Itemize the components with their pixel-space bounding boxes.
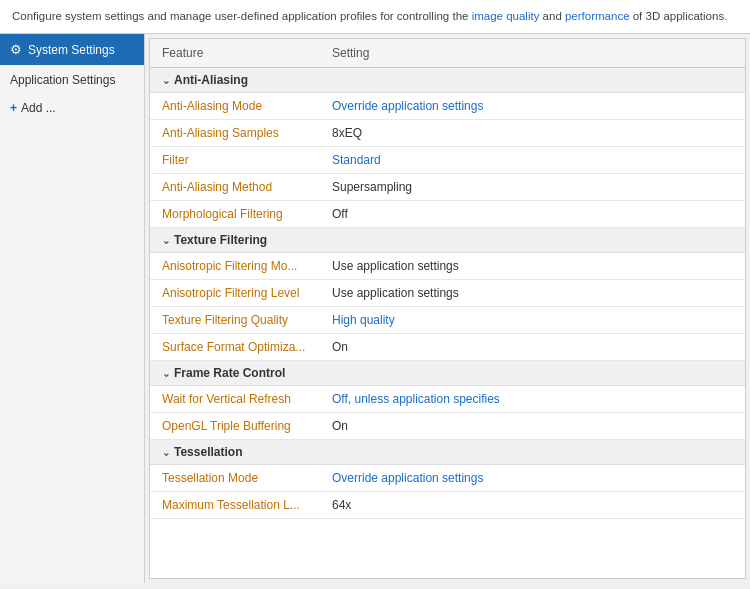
- feature-cell: Anisotropic Filtering Level: [150, 280, 320, 307]
- feature-cell: Anti-Aliasing Mode: [150, 93, 320, 120]
- setting-cell: On: [320, 334, 745, 361]
- sidebar-item-label: Application Settings: [10, 73, 115, 87]
- table-row[interactable]: Morphological FilteringOff: [150, 201, 745, 228]
- feature-cell: Texture Filtering Quality: [150, 307, 320, 334]
- section-label: Tessellation: [174, 445, 242, 459]
- table-row[interactable]: Wait for Vertical RefreshOff, unless app…: [150, 386, 745, 413]
- feature-cell: Surface Format Optimiza...: [150, 334, 320, 361]
- setting-cell: 8xEQ: [320, 120, 745, 147]
- section-header-texture-filtering[interactable]: ⌄Texture Filtering: [150, 228, 745, 253]
- feature-cell: Filter: [150, 147, 320, 174]
- col-setting: Setting: [320, 39, 745, 68]
- chevron-icon: ⌄: [162, 235, 170, 246]
- section-header-anti-aliasing[interactable]: ⌄Anti-Aliasing: [150, 68, 745, 93]
- setting-cell: Off: [320, 201, 745, 228]
- feature-cell: Anisotropic Filtering Mo...: [150, 253, 320, 280]
- table-row[interactable]: Anti-Aliasing Samples8xEQ: [150, 120, 745, 147]
- settings-table: Feature Setting ⌄Anti-AliasingAnti-Alias…: [150, 39, 745, 519]
- col-feature: Feature: [150, 39, 320, 68]
- top-bar-mid: and: [539, 10, 565, 22]
- table-row[interactable]: Texture Filtering QualityHigh quality: [150, 307, 745, 334]
- setting-cell: Override application settings: [320, 93, 745, 120]
- highlight-performance: performance: [565, 10, 630, 22]
- setting-cell: High quality: [320, 307, 745, 334]
- feature-cell: Anti-Aliasing Method: [150, 174, 320, 201]
- setting-cell: Standard: [320, 147, 745, 174]
- table-row[interactable]: Tessellation ModeOverride application se…: [150, 465, 745, 492]
- content-area: Feature Setting ⌄Anti-AliasingAnti-Alias…: [149, 38, 746, 579]
- feature-cell: OpenGL Triple Buffering: [150, 413, 320, 440]
- sidebar: ⚙ System Settings Application Settings +…: [0, 34, 145, 583]
- setting-cell: On: [320, 413, 745, 440]
- sidebar-item-label: System Settings: [28, 43, 115, 57]
- table-row[interactable]: Surface Format Optimiza...On: [150, 334, 745, 361]
- feature-cell: Anti-Aliasing Samples: [150, 120, 320, 147]
- setting-cell: Supersampling: [320, 174, 745, 201]
- table-row[interactable]: OpenGL Triple BufferingOn: [150, 413, 745, 440]
- table-row[interactable]: FilterStandard: [150, 147, 745, 174]
- main-layout: ⚙ System Settings Application Settings +…: [0, 34, 750, 583]
- feature-cell: Wait for Vertical Refresh: [150, 386, 320, 413]
- table-row[interactable]: Anisotropic Filtering Mo...Use applicati…: [150, 253, 745, 280]
- table-row[interactable]: Maximum Tessellation L...64x: [150, 492, 745, 519]
- setting-cell: Use application settings: [320, 280, 745, 307]
- top-bar: Configure system settings and manage use…: [0, 0, 750, 34]
- feature-cell: Morphological Filtering: [150, 201, 320, 228]
- chevron-icon: ⌄: [162, 447, 170, 458]
- chevron-icon: ⌄: [162, 75, 170, 86]
- section-label: Anti-Aliasing: [174, 73, 248, 87]
- setting-cell: 64x: [320, 492, 745, 519]
- section-header-frame-rate-control[interactable]: ⌄Frame Rate Control: [150, 361, 745, 386]
- feature-cell: Tessellation Mode: [150, 465, 320, 492]
- chevron-icon: ⌄: [162, 368, 170, 379]
- setting-cell: Override application settings: [320, 465, 745, 492]
- setting-cell: Use application settings: [320, 253, 745, 280]
- add-label: Add ...: [21, 101, 56, 115]
- section-header-tessellation[interactable]: ⌄Tessellation: [150, 440, 745, 465]
- sidebar-add-button[interactable]: + Add ...: [0, 95, 144, 121]
- table-row[interactable]: Anisotropic Filtering LevelUse applicati…: [150, 280, 745, 307]
- table-header-row: Feature Setting: [150, 39, 745, 68]
- plus-icon: +: [10, 101, 17, 115]
- top-bar-end: of 3D applications.: [630, 10, 728, 22]
- section-label: Frame Rate Control: [174, 366, 285, 380]
- table-row[interactable]: Anti-Aliasing MethodSupersampling: [150, 174, 745, 201]
- sidebar-item-system-settings[interactable]: ⚙ System Settings: [0, 34, 144, 65]
- section-label: Texture Filtering: [174, 233, 267, 247]
- table-row[interactable]: Anti-Aliasing ModeOverride application s…: [150, 93, 745, 120]
- top-bar-text: Configure system settings and manage use…: [12, 10, 472, 22]
- gear-icon: ⚙: [10, 42, 22, 57]
- setting-cell: Off, unless application specifies: [320, 386, 745, 413]
- highlight-image-quality: image quality: [472, 10, 540, 22]
- feature-cell: Maximum Tessellation L...: [150, 492, 320, 519]
- sidebar-item-application-settings[interactable]: Application Settings: [0, 65, 144, 95]
